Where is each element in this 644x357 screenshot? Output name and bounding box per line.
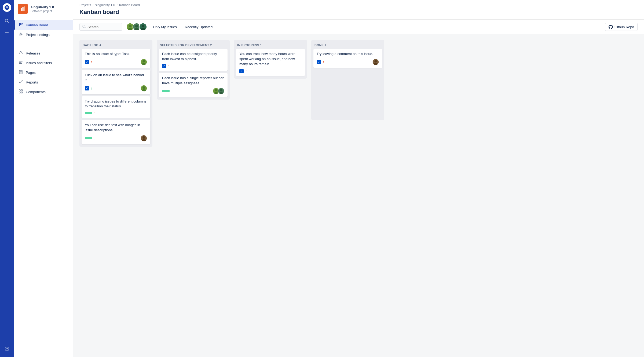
svg-point-44 <box>142 136 145 139</box>
svg-rect-7 <box>21 8 22 11</box>
svg-rect-8 <box>22 7 24 11</box>
svg-point-50 <box>220 89 222 92</box>
svg-rect-22 <box>19 90 20 91</box>
sidebar-item-project-settings[interactable]: Project settings <box>14 30 73 39</box>
card-priority-assign[interactable]: Each issue can be assigned priority from… <box>159 49 228 71</box>
card-track-hours-text: You can track how many hours were spent … <box>239 52 302 67</box>
svg-rect-25 <box>21 92 23 93</box>
card-comment-text: Try leaving a comment on this issue. <box>317 52 379 57</box>
card-avatars <box>141 85 147 92</box>
column-selected-dev: SELECTED FOR DEVELOPMENT 2 Each issue ca… <box>157 40 230 100</box>
add-icon[interactable] <box>2 28 12 38</box>
svg-rect-10 <box>19 23 20 26</box>
svg-point-53 <box>374 60 377 63</box>
sidebar-item-pages[interactable]: Pages <box>14 68 73 77</box>
search-nav-icon[interactable] <box>2 16 12 26</box>
releases-icon <box>18 51 23 56</box>
done-cards: Try leaving a comment on this issue. ↑ <box>313 49 382 68</box>
svg-point-35 <box>142 25 144 27</box>
app-logo[interactable] <box>3 3 11 12</box>
svg-rect-23 <box>21 90 23 91</box>
sidebar-item-components[interactable]: Components <box>14 87 73 97</box>
priority-up-icon: ↑ <box>245 69 247 73</box>
project-name: singularity 1.0 <box>31 5 54 9</box>
svg-point-29 <box>129 25 131 27</box>
card-drag-issues-text: Try dragging issues to different columns… <box>85 99 147 109</box>
svg-rect-11 <box>20 23 21 25</box>
recently-updated-button[interactable]: Recently Updated <box>183 24 215 30</box>
main-content: Projects / singularity 1.0 / Kanban Boar… <box>73 0 644 357</box>
column-done-header: DONE 1 <box>313 42 382 49</box>
svg-rect-9 <box>24 6 25 11</box>
svg-point-26 <box>83 25 85 27</box>
avatar-user-3[interactable] <box>139 23 147 31</box>
toolbar: Only My Issues Recently Updated Github R… <box>73 20 644 34</box>
help-icon[interactable]: ? <box>2 344 12 354</box>
card-multiple-assignees-text: Each issue has a single reporter but can… <box>162 76 224 86</box>
card-multiple-assignees[interactable]: Each issue has a single reporter but can… <box>159 73 228 97</box>
sidebar-item-reports[interactable]: Reports <box>14 77 73 87</box>
tag-green-icon <box>85 112 92 114</box>
card-check-icon <box>85 86 89 90</box>
priority-up-icon: ↑ <box>91 60 93 64</box>
components-icon <box>18 89 23 94</box>
svg-line-2 <box>8 22 9 23</box>
sidebar-primary-nav: Kanban Board Project settings <box>14 18 73 42</box>
pages-icon <box>18 70 23 75</box>
only-my-issues-button[interactable]: Only My Issues <box>151 24 179 30</box>
card-task-type[interactable]: This is an issue of type: Task. ↑ <box>82 49 150 68</box>
svg-text:?: ? <box>6 348 8 351</box>
card-drag-issues[interactable]: Try dragging issues to different columns… <box>82 96 150 118</box>
card-check-icon <box>85 60 89 64</box>
card-rich-text[interactable]: You can use rich text with images in iss… <box>82 120 150 144</box>
board-container: BACKLOG 4 This is an issue of type: Task… <box>73 34 644 357</box>
search-box[interactable] <box>79 23 122 31</box>
priority-up-icon: ↑ <box>94 111 96 115</box>
breadcrumb: Projects / singularity 1.0 / Kanban Boar… <box>79 0 638 7</box>
card-comment[interactable]: Try leaving a comment on this issue. ↑ <box>313 49 382 68</box>
tag-green-icon <box>85 137 92 139</box>
svg-point-41 <box>142 86 145 89</box>
sidebar-releases-label: Releases <box>26 51 40 55</box>
sidebar-components-label: Components <box>26 90 46 94</box>
svg-marker-14 <box>19 51 23 54</box>
project-type: Software project <box>31 9 54 13</box>
sidebar-item-releases[interactable]: Releases <box>14 48 73 58</box>
search-input[interactable] <box>87 25 119 29</box>
reports-icon <box>18 80 23 85</box>
priority-up-icon: ↑ <box>171 89 173 93</box>
card-avatars <box>141 59 147 65</box>
avatar-group <box>126 23 147 31</box>
svg-point-1 <box>5 19 8 22</box>
sidebar-pages-label: Pages <box>26 71 36 75</box>
search-icon <box>82 25 86 29</box>
sidebar-divider <box>18 44 68 44</box>
priority-up-icon: ↑ <box>323 60 324 64</box>
icon-bar: ? <box>0 0 14 357</box>
tag-green-icon <box>162 90 170 92</box>
sidebar-secondary-nav: Releases Issues and filters <box>14 46 73 99</box>
card-avatars <box>372 59 379 65</box>
svg-rect-12 <box>22 23 23 24</box>
sidebar-reports-label: Reports <box>26 80 38 84</box>
breadcrumb-projects[interactable]: Projects <box>79 3 91 7</box>
svg-rect-17 <box>19 63 22 64</box>
sidebar-kanban-label: Kanban Board <box>26 23 48 27</box>
selected-dev-cards: Each issue can be assigned priority from… <box>159 49 228 97</box>
kanban-icon <box>18 23 23 27</box>
priority-down-icon: ↓ <box>94 136 96 140</box>
sidebar-item-issues-filters[interactable]: Issues and filters <box>14 58 73 68</box>
sidebar-item-kanban[interactable]: Kanban Board <box>14 20 73 30</box>
card-check-icon <box>317 60 321 64</box>
github-repo-button[interactable]: Github Repo <box>605 23 638 31</box>
card-avatar <box>372 59 379 65</box>
breadcrumb-singularity[interactable]: singularity 1.0 <box>95 3 115 7</box>
card-track-hours[interactable]: You can track how many hours were spent … <box>236 49 305 76</box>
page-header: Projects / singularity 1.0 / Kanban Boar… <box>73 0 644 20</box>
github-repo-label: Github Repo <box>614 25 634 29</box>
card-click-issue[interactable]: Click on an issue to see what's behind i… <box>82 70 150 94</box>
card-task-type-text: This is an issue of type: Task. <box>85 52 147 57</box>
breadcrumb-sep-1: / <box>93 3 93 7</box>
card-avatars <box>213 88 224 94</box>
sidebar: singularity 1.0 Software project Kanban … <box>14 0 73 357</box>
